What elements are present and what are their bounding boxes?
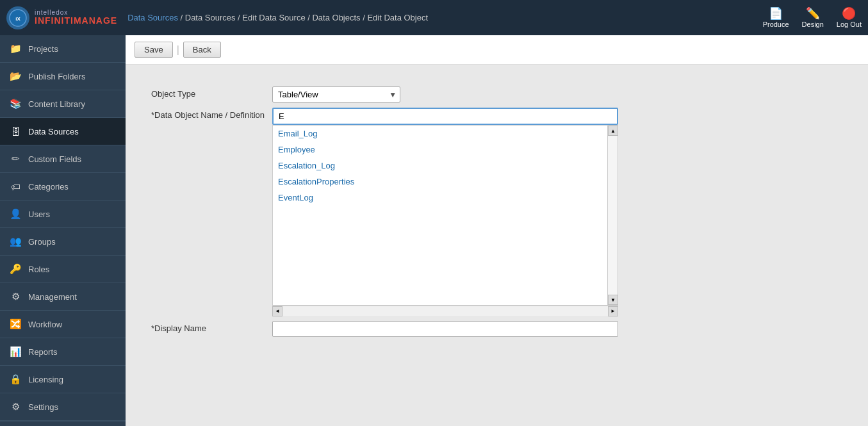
sidebar-item-data-sources[interactable]: 🗄 Data Sources [0, 118, 126, 145]
scroll-track [608, 136, 618, 295]
version-label: VERSION: 10.0.36 [0, 421, 126, 426]
logout-button[interactable]: 🔴 Log Out [837, 8, 862, 28]
sidebar: 📁 Projects 📂 Publish Folders 📚 Content L… [0, 35, 126, 426]
back-button[interactable]: Back [183, 42, 221, 58]
breadcrumb-link[interactable]: Data Sources [127, 13, 178, 22]
sidebar-item-settings[interactable]: ⚙ Settings [0, 393, 126, 421]
dropdown-item[interactable]: EventLog [273, 190, 607, 206]
groups-icon: 👥 [9, 235, 22, 248]
settings-icon: ⚙ [9, 400, 22, 413]
data-object-name-input[interactable] [272, 108, 618, 125]
licensing-icon: 🔒 [9, 373, 22, 386]
users-icon: 👤 [9, 208, 22, 220]
dropdown-item[interactable]: Employee [273, 142, 607, 158]
scroll-up-button[interactable]: ▲ [608, 126, 618, 136]
sidebar-item-management[interactable]: ⚙ Management [0, 283, 126, 311]
sidebar-item-label: Management [28, 292, 77, 302]
sidebar-item-label: Categories [28, 182, 69, 192]
sidebar-item-label: Settings [28, 402, 58, 412]
publish-folders-icon: 📂 [9, 70, 22, 83]
autocomplete-dropdown: Email_LogEmployeeEscalation_LogEscalatio… [272, 125, 618, 306]
header-actions: 📄 Produce ✏️ Design 🔴 Log Out [763, 8, 862, 28]
produce-icon: 📄 [769, 8, 783, 19]
object-type-label: Object Type [151, 84, 272, 105]
reports-icon: 📊 [9, 345, 22, 358]
logo: iX intelledox INFINITIMANAGE [6, 6, 117, 29]
data-object-name-field: Email_LogEmployeeEscalation_LogEscalatio… [272, 105, 618, 318]
dropdown-content: Email_LogEmployeeEscalation_LogEscalatio… [273, 126, 607, 305]
sidebar-item-label: Projects [28, 44, 58, 54]
roles-icon: 🔑 [9, 263, 22, 275]
projects-icon: 📁 [9, 42, 22, 55]
design-label: Design [802, 20, 824, 28]
sidebar-item-label: Users [28, 209, 50, 219]
dropdown-vertical-scrollbar[interactable]: ▲ ▼ [607, 126, 618, 305]
sidebar-item-label: Reports [28, 347, 58, 357]
toolbar: Save | Back [126, 35, 868, 65]
workflow-icon: 🔀 [9, 318, 22, 331]
sidebar-item-users[interactable]: 👤 Users [0, 201, 126, 228]
sidebar-item-licensing[interactable]: 🔒 Licensing [0, 366, 126, 393]
dropdown-item[interactable]: EscalationProperties [273, 174, 607, 190]
sidebar-item-label: Custom Fields [28, 154, 81, 164]
object-type-select-wrapper: Table/View Stored Procedure Query ▼ [272, 86, 400, 102]
content-library-icon: 📚 [9, 97, 22, 110]
display-name-input[interactable] [272, 321, 618, 337]
sidebar-item-projects[interactable]: 📁 Projects [0, 35, 126, 63]
logo-text: intelledox INFINITIMANAGE [35, 9, 117, 26]
main-content: Save | Back Object Type Table/View Store… [126, 35, 868, 426]
sidebar-item-workflow[interactable]: 🔀 Workflow [0, 311, 126, 338]
save-button[interactable]: Save [135, 42, 173, 58]
svg-text:iX: iX [15, 16, 20, 22]
data-object-name-row: *Data Object Name / Definition Email_Log… [151, 105, 618, 318]
scroll-down-button[interactable]: ▼ [608, 295, 618, 305]
dropdown-horizontal-scrollbar[interactable]: ◄ ► [272, 306, 618, 316]
custom-fields-icon: ✏ [9, 152, 22, 165]
data-object-name-label: *Data Object Name / Definition [151, 105, 272, 318]
sidebar-item-content-library[interactable]: 📚 Content Library [0, 90, 126, 118]
categories-icon: 🏷 [9, 180, 22, 193]
object-type-field: Table/View Stored Procedure Query ▼ [272, 84, 618, 105]
sidebar-item-label: Publish Folders [28, 72, 86, 81]
breadcrumb: Data Sources / Data Sources / Edit Data … [127, 13, 428, 22]
sidebar-item-roles[interactable]: 🔑 Roles [0, 256, 126, 283]
hscroll-left-button[interactable]: ◄ [272, 306, 283, 316]
management-icon: ⚙ [9, 290, 22, 303]
logo-icon: iX [6, 6, 29, 29]
logout-icon: 🔴 [842, 8, 856, 19]
form-area: Object Type Table/View Stored Procedure … [126, 65, 868, 426]
autocomplete-container: Email_LogEmployeeEscalation_LogEscalatio… [272, 108, 618, 316]
logout-label: Log Out [837, 20, 862, 28]
sidebar-item-label: Roles [28, 265, 49, 274]
form-table: Object Type Table/View Stored Procedure … [151, 84, 618, 340]
sidebar-item-groups[interactable]: 👥 Groups [0, 228, 126, 256]
toolbar-separator: | [177, 44, 179, 56]
display-name-field-cell [272, 318, 618, 340]
sidebar-item-reports[interactable]: 📊 Reports [0, 338, 126, 366]
hscroll-right-button[interactable]: ► [608, 306, 618, 316]
sidebar-item-publish-folders[interactable]: 📂 Publish Folders [0, 63, 126, 90]
design-icon: ✏️ [806, 8, 820, 19]
dropdown-item[interactable]: Escalation_Log [273, 158, 607, 174]
sidebar-item-categories[interactable]: 🏷 Categories [0, 173, 126, 201]
sidebar-item-label: Licensing [28, 375, 63, 384]
display-name-label: *Display Name [151, 318, 272, 340]
app-header: iX intelledox INFINITIMANAGE Data Source… [0, 0, 868, 35]
sidebar-item-label: Content Library [28, 99, 85, 109]
display-name-row: *Display Name [151, 318, 618, 340]
design-button[interactable]: ✏️ Design [802, 8, 824, 28]
logo-bottom-text: INFINITIMANAGE [35, 16, 117, 26]
sidebar-item-label: Groups [28, 237, 56, 247]
sidebar-item-custom-fields[interactable]: ✏ Custom Fields [0, 145, 126, 173]
data-sources-icon: 🗄 [9, 125, 22, 138]
sidebar-item-label: Workflow [28, 320, 62, 329]
sidebar-item-label: Data Sources [28, 127, 79, 136]
object-type-row: Object Type Table/View Stored Procedure … [151, 84, 618, 105]
dropdown-item[interactable]: Email_Log [273, 126, 607, 142]
produce-button[interactable]: 📄 Produce [763, 8, 789, 28]
object-type-select[interactable]: Table/View Stored Procedure Query [272, 86, 400, 102]
produce-label: Produce [763, 20, 789, 28]
